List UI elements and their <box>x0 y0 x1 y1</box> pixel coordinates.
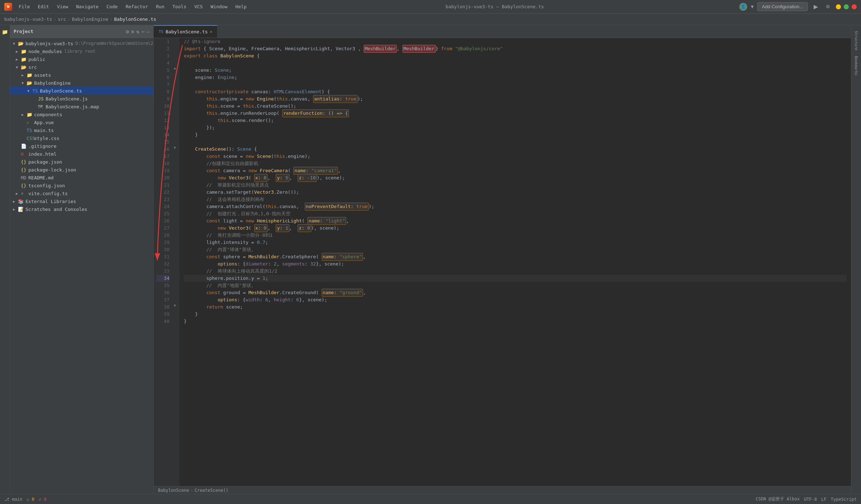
debug-button[interactable]: ⚙ <box>824 3 832 11</box>
breadcrumb-item-2[interactable]: BabylonEngine <box>72 17 108 22</box>
tree-item-components[interactable]: ▶ 📁 components <box>10 110 153 118</box>
add-configuration-button[interactable]: Add Configuration... <box>757 2 808 11</box>
code-editor[interactable]: 1 2 3 4 5 6 7 8 9 10 11 12 13 14 15 16 1… <box>154 38 851 486</box>
var-light-29: light <box>206 239 220 246</box>
gutter-fold-8[interactable]: ▼ <box>174 67 176 71</box>
gutter-fold-16[interactable]: ▼ <box>174 146 176 150</box>
code-24a: .attachControl( <box>223 203 265 210</box>
tree-item-style-css[interactable]: ▶ CSS style.css <box>10 134 153 142</box>
ln-22: 22 <box>157 189 169 196</box>
menu-window[interactable]: Window <box>207 3 231 11</box>
menu-help[interactable]: Help <box>232 3 250 11</box>
code-17a: = <box>240 153 246 160</box>
code-line-33: // 将球体向上移动其高度的1/2 <box>184 268 847 275</box>
tree-label-be: BabylonEngine <box>34 80 71 86</box>
code-2a: { Scene, Engine, FreeCamera, Hemispheric… <box>204 45 364 52</box>
fn-hemlight: HemisphericLight <box>257 217 302 225</box>
gutter-fold-38[interactable]: ▼ <box>174 303 176 307</box>
tree-item-babylon-engine[interactable]: ▼ 📂 BabylonEngine <box>10 79 153 87</box>
bottom-breadcrumb-0[interactable]: BabylonScene <box>158 488 189 493</box>
code-27a: ( <box>248 225 254 232</box>
kw-import: import <box>184 45 204 52</box>
tree-label-root: babylonjs-vue3-ts <box>25 41 73 46</box>
tree-item-node-modules[interactable]: ▶ 📁 node_modules library root <box>10 47 153 55</box>
tree-item-main-ts[interactable]: ▶ TS main.ts <box>10 126 153 134</box>
tree-item-external-libs[interactable]: ▶ 📚 External Libraries <box>10 197 153 205</box>
tree-item-package-lock-json[interactable]: ▶ {} package-lock.json <box>10 166 153 174</box>
code-39-indent <box>184 311 195 318</box>
kw-private: private <box>229 88 251 95</box>
ln-12: 12 <box>157 117 169 124</box>
breadcrumb-item-3[interactable]: BabylonScene.ts <box>114 17 156 22</box>
menu-file[interactable]: File <box>15 3 33 11</box>
code-16-indent <box>184 146 195 153</box>
close-button[interactable] <box>852 4 857 9</box>
bottom-breadcrumb-1[interactable]: CreateScene() <box>195 488 228 493</box>
tab-babylon-scene-ts[interactable]: TS BabylonScene.ts ✕ <box>154 25 218 38</box>
tree-item-readme[interactable]: ▶ MD README.md <box>10 174 153 182</box>
user-dropdown-icon[interactable]: ▼ <box>751 4 754 9</box>
tree-item-app-vue[interactable]: ▶ ✓ App.vue <box>10 118 153 126</box>
mesh-builder-hl-1: MeshBuilder <box>364 45 397 53</box>
code-12a: .scene.render(); <box>229 117 274 124</box>
tree-root[interactable]: ▼ 📂 babylonjs-vue3-ts D:\ProgramWorkSpac… <box>10 39 153 47</box>
project-expand-icon[interactable]: ≡ <box>131 29 134 34</box>
code-29a: .intensity = <box>220 239 257 246</box>
project-collapse-icon[interactable]: – <box>147 29 150 34</box>
menu-vcs[interactable]: VCS <box>191 3 206 11</box>
tree-item-src[interactable]: ▼ 📂 src <box>10 63 153 71</box>
menu-code[interactable]: Code <box>103 3 121 11</box>
project-sort-icon[interactable]: ⇅ <box>136 29 139 34</box>
user-avatar[interactable]: 👤 <box>739 3 747 11</box>
window-controls <box>836 4 857 9</box>
code-37a: : { <box>237 296 246 303</box>
code-content[interactable]: // @ts-ignore import { Scene, Engine, Fr… <box>180 38 851 486</box>
tree-item-scratches[interactable]: ▶ 📝 Scratches and Consoles <box>10 205 153 213</box>
tree-item-package-json[interactable]: ▶ {} package.json <box>10 158 153 166</box>
ln-37: 37 <box>157 296 169 303</box>
tree-arrow-assets: ▶ <box>22 73 27 77</box>
menu-navigate[interactable]: Navigate <box>73 3 102 11</box>
menu-run[interactable]: Run <box>153 3 168 11</box>
code-line-13: }); <box>184 124 847 131</box>
bookmarks-panel-button[interactable]: Bookmarks <box>853 53 860 78</box>
status-bar: ⎇ main ⚠ 0 ✗ 0 CSDN @蓝匣子 Albox UTF-8 LF … <box>0 494 861 504</box>
menu-tools[interactable]: Tools <box>169 3 190 11</box>
breadcrumb-item-1[interactable]: src <box>58 17 66 22</box>
tree-item-tsconfig[interactable]: ▶ {} tsconfig.json <box>10 182 153 189</box>
fn-vector3-20: Vector3 <box>229 174 248 182</box>
ln-11: 11 <box>157 110 169 117</box>
tree-label-external-libs: External Libraries <box>25 199 76 204</box>
code-34-indent <box>184 275 206 282</box>
breadcrumb-item-0[interactable]: babylonjs-vue3-ts <box>4 17 52 22</box>
tree-item-vite-config[interactable]: ▶ ⚡ vite.config.ts <box>10 189 153 197</box>
code-36a: = <box>243 289 248 296</box>
tree-item-gitignore[interactable]: ▶ 📄 .gitignore <box>10 142 153 150</box>
project-settings-icon[interactable]: ⚙ <box>126 29 129 34</box>
maximize-button[interactable] <box>844 4 849 9</box>
code-20c: , <box>289 174 298 182</box>
structure-panel-button[interactable]: Structure <box>853 28 860 53</box>
project-options-icon[interactable]: ⋯ <box>141 29 144 34</box>
tree-item-index-html[interactable]: ▶ H index.html <box>10 150 153 158</box>
tab-close-button[interactable]: ✕ <box>210 29 213 34</box>
fn-vector3-27: Vector3 <box>229 225 248 232</box>
code-line-31: const sphere = MeshBuilder .CreateSphere… <box>184 253 847 260</box>
project-tool-button[interactable]: 📁 <box>1 28 9 36</box>
ln-34: 34 <box>157 275 169 282</box>
code-9a: .engine = <box>218 95 246 103</box>
menu-view[interactable]: View <box>53 3 72 11</box>
run-button[interactable]: ▶ <box>811 3 820 11</box>
tree-item-babylon-scene-ts[interactable]: ▼ TS BabylonScene.ts <box>10 87 153 95</box>
minimize-button[interactable] <box>836 4 841 9</box>
menu-bar[interactable]: File Edit View Navigate Code Refactor Ru… <box>15 3 250 11</box>
menu-refactor[interactable]: Refactor <box>122 3 152 11</box>
code-29-indent <box>184 239 206 246</box>
tree-item-babylon-scene-map[interactable]: ▶ 🗺 BabylonScene.js.map <box>10 103 153 110</box>
tree-item-public[interactable]: ▶ 📁 public <box>10 55 153 63</box>
ln-15: 15 <box>157 138 169 146</box>
code-line-23: // 这会将相机连接到画布 <box>184 196 847 203</box>
menu-edit[interactable]: Edit <box>34 3 52 11</box>
tree-item-babylon-scene-js[interactable]: ▶ JS BabylonScene.js <box>10 95 153 103</box>
tree-item-assets[interactable]: ▶ 📁 assets <box>10 71 153 79</box>
